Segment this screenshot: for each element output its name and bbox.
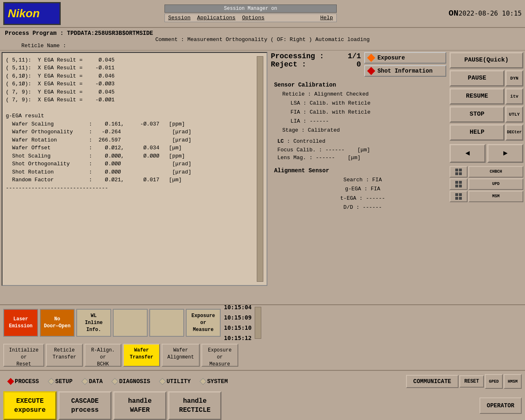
utility-diamond bbox=[159, 378, 166, 385]
menu-session[interactable]: Session bbox=[168, 15, 191, 21]
exposure-measure-btn[interactable]: Exposure or Measure bbox=[201, 344, 238, 367]
upd-label-btn[interactable]: UPD bbox=[468, 178, 523, 190]
sensor-title: Sensor Calibration bbox=[274, 82, 443, 88]
shot-info-btn[interactable]: Shot Information bbox=[364, 65, 446, 77]
focus-row: Focus Calib. : ------ [μm] bbox=[277, 147, 443, 153]
pause-btn[interactable]: PAUSE bbox=[450, 70, 504, 87]
reject-label: Reject : bbox=[271, 60, 306, 68]
nav-setup[interactable]: SETUP bbox=[44, 377, 78, 386]
bottom-nav: PROCESS SETUP DATA DIAGNOSIS UTILITY SYS… bbox=[0, 370, 525, 392]
exposure-btn[interactable]: Exposure bbox=[364, 52, 446, 64]
gped-icon-btn[interactable]: GPED bbox=[485, 374, 503, 389]
stage-value: Calibrated bbox=[308, 127, 340, 133]
help-btn[interactable]: HELP bbox=[450, 124, 504, 141]
timestamp-2: 10:15:09 bbox=[224, 313, 251, 323]
pause-quick-btn[interactable]: PAUSE(Quick) bbox=[450, 52, 523, 68]
cascade-process-btn[interactable]: CASCADE process bbox=[58, 391, 112, 420]
menu-applications[interactable]: Applications bbox=[197, 15, 236, 21]
reject-count: 0 bbox=[356, 60, 361, 68]
handle-wafer-btn[interactable]: handle WAFER bbox=[113, 391, 167, 420]
timestamps-area: 10:15:04 10:15:09 10:15:10 10:15:12 bbox=[224, 302, 251, 344]
execute-buttons-row: EXECUTE exposure CASCADE process handle … bbox=[0, 392, 525, 420]
tega-value: ------ bbox=[366, 195, 385, 201]
handle-reticle-btn[interactable]: handle RECTICLE bbox=[168, 391, 221, 420]
communicate-btn[interactable]: COMMUNICATE bbox=[406, 375, 459, 388]
random-factor: Random Factor : Ø.Ø21, Ø.017 [μm] bbox=[6, 176, 263, 184]
left-log-section: ( 5,11): Y EGA Result = Ø.045 ( 5,11): X… bbox=[0, 50, 269, 304]
action-buttons-col: PAUSE(Quick) PAUSE DYN RESUME itv STOP U… bbox=[448, 50, 525, 304]
wafer-orthogonality: Wafer Orthogonality : -Ø.264 [μrad] bbox=[6, 128, 263, 136]
nav-utility[interactable]: UTILITY bbox=[155, 377, 196, 386]
shot-orthogonality: Shot Orthogonality : Ø.ØØØ [μrad] bbox=[6, 160, 263, 168]
sensor-lia: LIA : ------ bbox=[290, 117, 443, 126]
msm-label-btn[interactable]: MSM bbox=[468, 191, 523, 202]
log-line-1: ( 5,11): Y EGA Result = Ø.045 bbox=[6, 56, 263, 64]
logo-text: Nikon bbox=[8, 7, 40, 20]
wafer-rotation: Wafer Rotation : 266.597 [μrad] bbox=[6, 136, 263, 144]
utly-btn[interactable]: UTLY bbox=[505, 106, 523, 123]
reset-btn[interactable]: RESET bbox=[459, 375, 484, 388]
sensor-reticle: Reticle : Alignment Checked bbox=[282, 90, 443, 99]
execute-exposure-btn[interactable]: EXECUTE exposure bbox=[3, 391, 57, 420]
log-box: ( 5,11): Y EGA Result = Ø.045 ( 5,11): X… bbox=[2, 52, 267, 286]
dyn-btn[interactable]: DYN bbox=[505, 70, 523, 87]
wafer-transfer-btn[interactable]: Wafer Transfer bbox=[123, 344, 160, 367]
search-label: Search bbox=[343, 177, 363, 183]
menu-help[interactable]: Help bbox=[320, 15, 333, 21]
exposure-diamond bbox=[367, 54, 375, 62]
menu-options[interactable]: Options bbox=[242, 15, 265, 21]
itv-btn[interactable]: itv bbox=[505, 88, 523, 105]
lens-label: Lens Mag. bbox=[277, 155, 306, 161]
gega-row: g-EGA : FIA bbox=[282, 185, 443, 194]
shot-scaling: Shot Scaling : Ø.ØØØ, Ø.ØØØ [ppm] bbox=[6, 152, 263, 160]
nav-data[interactable]: DATA bbox=[78, 377, 108, 386]
nav-arrows: ◄ ► bbox=[450, 144, 523, 163]
upd-icon-btn[interactable] bbox=[450, 178, 468, 190]
chbch-icon-btn[interactable] bbox=[450, 166, 468, 178]
stop-btn[interactable]: STOP bbox=[450, 106, 504, 123]
decte-btn[interactable]: DECter bbox=[505, 124, 523, 141]
r-align-btn[interactable]: R-Align. or BCHK bbox=[84, 344, 121, 367]
reticle-transfer-btn[interactable]: Reticle Transfer bbox=[46, 344, 83, 367]
nav-right-btn[interactable]: ► bbox=[487, 144, 523, 163]
focus-value: ------ bbox=[325, 147, 345, 153]
lens-unit: [μm] bbox=[348, 155, 361, 161]
side-panel-buttons: Exposure Shot Information bbox=[364, 52, 446, 77]
lia-value: ------ bbox=[310, 118, 329, 124]
alignment-title: Alignment Sensor bbox=[274, 167, 443, 174]
process-program-bar: Process Program : TPDDATA:258USR3B$ORTMS… bbox=[0, 28, 525, 50]
timestamps-scrollbar[interactable] bbox=[255, 307, 261, 339]
shot-rotation: Shot Rotation : Ø.ØØØ [μrad] bbox=[6, 168, 263, 176]
nav-system[interactable]: SYSTEM bbox=[196, 377, 233, 386]
operator-btn[interactable]: OPERATOR bbox=[479, 397, 522, 414]
nav-process[interactable]: PROCESS bbox=[3, 377, 44, 386]
sensor-calibration-panel: Sensor Calibration Reticle : Alignment C… bbox=[271, 80, 446, 162]
on-status: ON bbox=[449, 9, 459, 18]
nav-diagnosis[interactable]: DIAGNOSIS bbox=[107, 377, 155, 386]
system-diamond bbox=[199, 378, 206, 385]
diagnosis-diamond bbox=[112, 378, 119, 385]
gega-value: FIA bbox=[371, 186, 380, 192]
indicator-btn4 bbox=[113, 309, 148, 337]
wafer-alignment-btn[interactable]: Wafer Alignment bbox=[162, 344, 200, 367]
no-door-open-indicator: No Door—Open bbox=[40, 309, 75, 337]
sensor-fia: FIA : Calib. with Reticle bbox=[290, 108, 443, 117]
nav-left-btn[interactable]: ◄ bbox=[450, 144, 486, 163]
msm-icon-btn[interactable] bbox=[450, 191, 468, 202]
focus-unit: [μm] bbox=[357, 147, 370, 153]
lens-value: ------ bbox=[316, 155, 335, 161]
sensor-reticle-value: Alignment Checked bbox=[314, 91, 369, 97]
initialize-btn[interactable]: Initialize or Reset bbox=[3, 344, 44, 367]
hmsm-icon-btn[interactable]: HMSM bbox=[504, 374, 522, 389]
log-line-2: ( 5,11): X EGA Result = -Ø.011 bbox=[6, 64, 263, 72]
shot-info-diamond bbox=[367, 67, 375, 75]
alignment-sensor-panel: Alignment Sensor Search : FIA g-EGA : FI… bbox=[271, 166, 446, 213]
resume-btn[interactable]: RESUME bbox=[450, 88, 504, 105]
shot-info-label: Shot Information bbox=[377, 68, 432, 74]
chbch-label-btn[interactable]: CHBCH bbox=[468, 166, 523, 178]
log-line-6: ( 7, 9): X EGA Result = -Ø.ØØ1 bbox=[6, 96, 263, 104]
logo-box: Nikon bbox=[3, 2, 61, 25]
timestamp-3: 10:15:10 bbox=[224, 323, 251, 333]
data-diamond bbox=[81, 378, 88, 385]
log-line-3: ( 6,1Ø): Y EGA Result = Ø.046 bbox=[6, 72, 263, 80]
